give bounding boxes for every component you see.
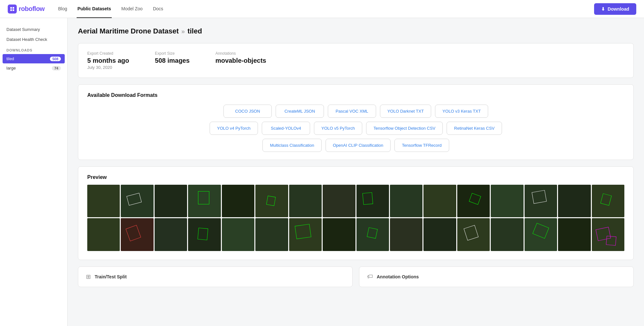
export-size-value: 508 images [155,57,190,64]
sidebar-tiled-label: tiled [6,56,14,61]
layout: Dataset Summary Dataset Health Check DOW… [0,18,644,326]
annotation-options-label: Annotation Options [377,274,419,279]
preview-card: Preview [78,166,634,260]
formats-row-1: COCO JSON CreateML JSON Pascal VOC XML Y… [223,105,488,118]
preview-img-12[interactable] [457,185,490,217]
preview-grid-row1 [87,185,624,217]
preview-img-32[interactable] [592,218,624,251]
preview-img-11[interactable] [423,185,456,217]
preview-img-14[interactable] [525,185,557,217]
preview-img-17[interactable] [87,218,120,251]
preview-img-28[interactable] [457,218,490,251]
train-test-split-card[interactable]: ⊞ Train/Test Split [78,266,353,287]
svg-rect-1 [13,7,14,9]
formats-card: Available Download Formats COCO JSON Cre… [78,84,634,160]
annotations-value: movable-objects [215,57,266,64]
annotation-options-card[interactable]: 🏷 Annotation Options [359,266,634,287]
preview-img-20[interactable] [188,218,221,251]
format-yolo-v5-pytorch[interactable]: YOLO v5 PyTorch [314,122,362,135]
nav-model-zoo[interactable]: Model Zoo [121,0,143,18]
sidebar-tiled-badge: 508 [50,57,61,61]
format-yolo-darknet[interactable]: YOLO Darknet TXT [380,105,431,118]
sidebar: Dataset Summary Dataset Health Check DOW… [0,18,68,326]
preview-img-7[interactable] [289,185,322,217]
preview-img-3[interactable] [155,185,187,217]
format-multiclass[interactable]: Multiclass Classification [262,139,321,152]
nav-blog[interactable]: Blog [57,0,68,18]
annotations-section: Annotations movable-objects [215,51,266,70]
sidebar-item-large[interactable]: large 74 [0,63,67,73]
format-tensorflow-od-csv[interactable]: Tensorflow Object Detection CSV [366,122,443,135]
preview-title: Preview [87,174,624,180]
format-yolo-v3-keras[interactable]: YOLO v3 Keras TXT [435,105,488,118]
logo-text: roboflow [19,5,44,13]
logo-icon [8,5,17,14]
formats-row-3: Multiclass Classification OpenAI CLIP Cl… [262,139,449,152]
preview-img-10[interactable] [390,185,422,217]
format-retinanet-keras[interactable]: RetinaNet Keras CSV [447,122,502,135]
svg-rect-2 [10,9,12,11]
preview-img-6[interactable] [255,185,288,217]
preview-img-16[interactable] [592,185,624,217]
export-size-label: Export Size [155,51,190,56]
svg-rect-3 [13,9,14,11]
tag-icon: 🏷 [367,273,373,280]
format-yolo-v4-pytorch[interactable]: YOLO v4 PyTorch [210,122,258,135]
preview-img-21[interactable] [222,218,254,251]
preview-img-27[interactable] [423,218,456,251]
nav-docs[interactable]: Docs [152,0,164,18]
export-size-section: Export Size 508 images [155,51,190,70]
preview-img-5[interactable] [222,185,254,217]
preview-img-8[interactable] [323,185,355,217]
sidebar-large-label: large [6,66,16,70]
format-openai-clip[interactable]: OpenAI CLIP Classification [326,139,391,152]
format-pascal-voc[interactable]: Pascal VOC XML [328,105,376,118]
formats-title: Available Download Formats [87,92,624,98]
export-created-date: July 30, 2020 [87,65,129,70]
sidebar-item-health-check[interactable]: Dataset Health Check [0,34,67,44]
preview-img-22[interactable] [255,218,288,251]
train-test-label: Train/Test Split [95,274,127,279]
sidebar-item-tiled[interactable]: tiled 508 [3,54,65,63]
nav-download-label: Download [608,6,629,12]
nav-links: Blog Public Datasets Model Zoo Docs [57,0,594,18]
page-title-sub: tiled [187,27,202,35]
svg-rect-0 [10,7,12,9]
preview-img-15[interactable] [558,185,591,217]
bottom-cards: ⊞ Train/Test Split 🏷 Annotation Options [78,266,634,287]
page-title-main: Aerial Maritime Drone Dataset [78,27,179,35]
preview-img-13[interactable] [491,185,523,217]
title-separator: » [181,28,185,35]
preview-img-9[interactable] [356,185,389,217]
sidebar-large-badge: 74 [52,66,61,70]
formats-grid: COCO JSON CreateML JSON Pascal VOC XML Y… [87,105,624,152]
download-icon: ⬇ [601,6,605,12]
format-tensorflow-tfrecord[interactable]: Tensorflow TFRecord [394,139,449,152]
preview-img-19[interactable] [155,218,187,251]
preview-img-24[interactable] [323,218,355,251]
format-scaled-yolov4[interactable]: Scaled-YOLOv4 [262,122,310,135]
logo[interactable]: roboflow [8,5,44,14]
preview-img-25[interactable] [356,218,389,251]
sidebar-downloads-label: DOWNLOADS [0,44,67,54]
preview-img-23[interactable] [289,218,322,251]
preview-img-31[interactable] [558,218,591,251]
format-coco-json[interactable]: COCO JSON [223,105,272,118]
top-nav: roboflow Blog Public Datasets Model Zoo … [0,0,644,18]
nav-download-button[interactable]: ⬇ Download [594,3,636,15]
preview-img-4[interactable] [188,185,221,217]
preview-img-30[interactable] [525,218,557,251]
sidebar-item-dataset-summary[interactable]: Dataset Summary [0,24,67,34]
export-created-section: Export Created 5 months ago July 30, 202… [87,51,129,70]
preview-img-18[interactable] [121,218,153,251]
preview-img-1[interactable] [87,185,120,217]
export-info: Export Created 5 months ago July 30, 202… [87,51,624,70]
preview-img-29[interactable] [491,218,523,251]
preview-img-26[interactable] [390,218,422,251]
export-created-value: 5 months ago [87,57,129,64]
nav-public-datasets[interactable]: Public Datasets [77,0,111,18]
format-createml-json[interactable]: CreateML JSON [276,105,324,118]
formats-row-2: YOLO v4 PyTorch Scaled-YOLOv4 YOLO v5 Py… [210,122,502,135]
page-title: Aerial Maritime Drone Dataset » tiled [78,27,634,35]
preview-img-2[interactable] [121,185,153,217]
